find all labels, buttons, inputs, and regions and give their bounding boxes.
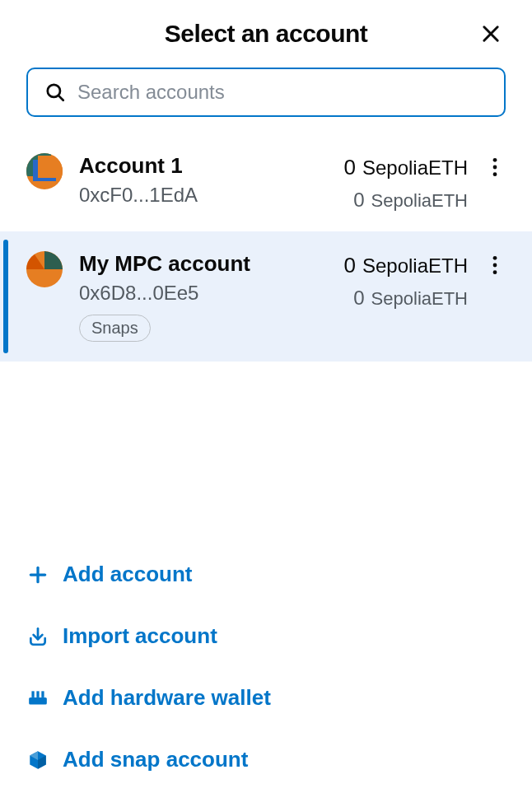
badge-snaps: Snaps [79,315,151,342]
account-address: 0xcF0...1EdA [79,184,327,207]
svg-line-3 [58,96,63,100]
plus-icon [26,563,49,586]
search-input[interactable] [77,81,488,104]
close-button[interactable] [476,19,506,49]
svg-point-10 [493,172,497,176]
svg-point-8 [493,158,497,162]
svg-rect-21 [41,691,44,697]
more-button[interactable] [484,153,506,181]
account-item[interactable]: Account 1 0xcF0...1EdA 0 SepoliaETH 0 Se… [0,133,532,231]
account-balances: 0 SepoliaETH 0 SepoliaETH [343,251,468,310]
svg-point-14 [493,270,497,274]
svg-rect-19 [31,691,34,697]
search-wrapper [0,68,532,133]
add-hardware-wallet-button[interactable]: Add hardware wallet [26,667,506,729]
account-info: My MPC account 0x6D8...0Ee5 Snaps [79,251,327,342]
action-label: Add account [63,562,192,587]
account-info: Account 1 0xcF0...1EdA [79,153,327,207]
action-label: Add hardware wallet [63,685,271,711]
more-vertical-icon [488,254,502,276]
more-vertical-icon [488,156,502,178]
download-icon [26,625,49,648]
cube-icon [26,749,49,772]
balance-currency-secondary: SepoliaETH [371,288,468,310]
balance-currency-secondary: SepoliaETH [371,190,468,212]
avatar [26,251,63,287]
modal-header: Select an account [0,0,532,68]
svg-point-12 [493,256,497,260]
balance-primary: 0 SepoliaETH [343,155,468,180]
account-name: My MPC account [79,251,327,277]
svg-point-9 [493,166,497,170]
svg-rect-18 [29,697,47,704]
select-account-modal: Select an account [0,0,532,807]
search-icon [44,82,66,103]
balance-currency: SepoliaETH [362,254,468,278]
close-icon [479,22,502,45]
svg-marker-7 [38,156,63,178]
svg-rect-20 [36,691,39,697]
balance-secondary: 0 SepoliaETH [353,287,468,310]
action-label: Add snap account [63,747,248,772]
balance-value: 0 [343,155,355,180]
balance-value: 0 [343,253,355,278]
add-account-button[interactable]: Add account [26,543,506,605]
balance-currency: SepoliaETH [362,156,468,180]
svg-point-13 [493,264,497,268]
account-list: Account 1 0xcF0...1EdA 0 SepoliaETH 0 Se… [0,133,532,527]
balance-secondary: 0 SepoliaETH [353,189,468,212]
account-item[interactable]: My MPC account 0x6D8...0Ee5 Snaps 0 Sepo… [0,231,532,362]
avatar [26,153,63,189]
account-address: 0x6D8...0Ee5 [79,282,327,305]
account-name: Account 1 [79,153,327,179]
account-badges: Snaps [79,315,327,342]
add-snap-account-button[interactable]: Add snap account [26,729,506,791]
modal-title: Select an account [165,20,368,48]
balance-value-secondary: 0 [353,287,364,310]
import-account-button[interactable]: Import account [26,605,506,667]
action-label: Import account [63,623,217,649]
actions-list: Add account Import account [0,527,532,807]
balance-value-secondary: 0 [353,189,364,212]
hardware-icon [26,687,49,710]
more-button[interactable] [484,251,506,279]
balance-primary: 0 SepoliaETH [343,253,468,278]
search-container[interactable] [26,68,506,117]
account-balances: 0 SepoliaETH 0 SepoliaETH [343,153,468,212]
